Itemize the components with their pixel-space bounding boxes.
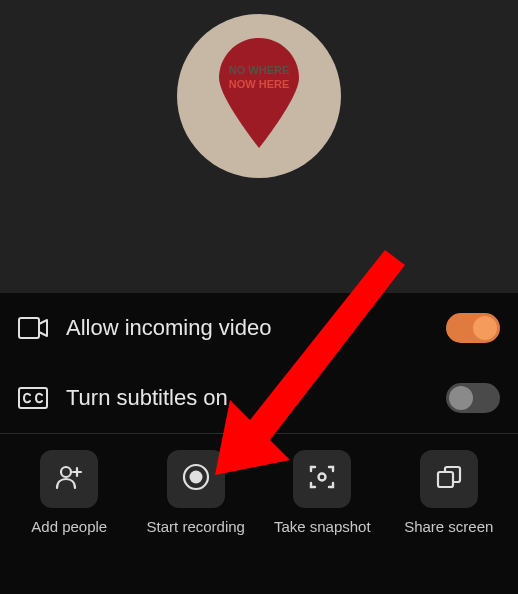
svg-point-13 [189,471,202,484]
video-camera-icon [18,316,48,340]
action-take-snapshot[interactable]: Take snapshot [261,450,384,535]
avatar-content: NO WHERE NOW HERE [177,14,341,178]
snapshot-icon [307,462,337,496]
action-label-take-snapshot: Take snapshot [274,518,371,535]
video-preview-area: NO WHERE NOW HERE [0,0,518,293]
svg-point-0 [269,48,273,52]
share-screen-button[interactable] [420,450,478,508]
avatar: NO WHERE NOW HERE [177,14,341,178]
svg-text:NO WHERE: NO WHERE [229,64,290,76]
avatar-pin-graphic: NO WHERE NOW HERE [219,38,299,148]
svg-rect-7 [19,318,39,338]
svg-point-2 [265,41,270,46]
add-person-icon [54,462,84,496]
toggle-subtitles[interactable] [446,383,500,413]
action-label-add-people: Add people [31,518,107,535]
start-recording-button[interactable] [167,450,225,508]
action-bar: Add people Start recording [0,434,518,549]
svg-text:NOW HERE: NOW HERE [229,78,290,90]
svg-point-4 [276,58,279,61]
action-label-share-screen: Share screen [404,518,493,535]
action-label-start-recording: Start recording [147,518,245,535]
action-add-people[interactable]: Add people [8,450,131,535]
add-people-button[interactable] [40,450,98,508]
settings-panel: Allow incoming video Turn subtitles on [0,293,518,434]
setting-label-subtitles: Turn subtitles on [66,385,428,411]
setting-row-incoming-video: Allow incoming video [0,293,518,363]
take-snapshot-button[interactable] [293,450,351,508]
action-start-recording[interactable]: Start recording [135,450,258,535]
action-share-screen[interactable]: Share screen [388,450,511,535]
toggle-incoming-video[interactable] [446,313,500,343]
record-icon [181,462,211,496]
share-screen-icon [434,462,464,496]
svg-point-3 [282,54,286,58]
toggle-knob [449,386,473,410]
svg-point-14 [319,474,326,481]
svg-point-1 [278,44,281,47]
svg-point-9 [61,467,71,477]
svg-rect-15 [438,472,453,487]
closed-caption-icon [18,386,48,410]
setting-label-incoming-video: Allow incoming video [66,315,428,341]
toggle-knob [473,316,497,340]
setting-row-subtitles: Turn subtitles on [0,363,518,433]
